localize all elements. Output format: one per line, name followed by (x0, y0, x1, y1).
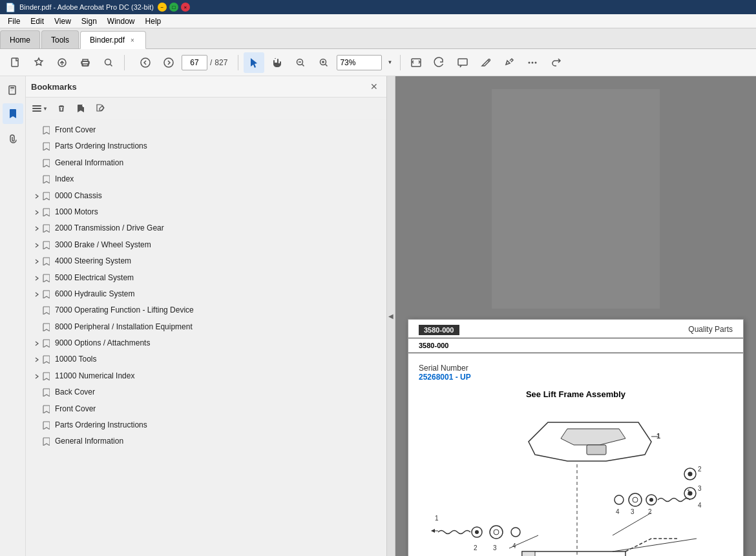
bookmark-item-lifting[interactable]: 7000 Operating Function - Lifting Device (26, 303, 386, 319)
bookmark-options-button[interactable]: ▼ (30, 103, 50, 114)
zoom-in-button[interactable] (313, 52, 334, 73)
bookmark-icon-lifting (43, 306, 52, 317)
share-button[interactable] (545, 52, 566, 73)
comment-button[interactable] (452, 52, 473, 73)
bookmark-icon-general-info-2 (43, 437, 52, 448)
bookmark-item-general-info-2[interactable]: General Information (26, 434, 386, 450)
svg-rect-15 (10, 87, 14, 88)
bookmark-item-parts-ordering[interactable]: Parts Ordering Instructions (26, 139, 386, 155)
bookmark-expand-numerical[interactable] (32, 371, 41, 382)
bookmark-expand-tools[interactable] (32, 354, 41, 366)
bookmark-icon-motors (43, 208, 52, 219)
toolbar: / 827 ▼ (0, 49, 756, 76)
svg-point-11 (529, 61, 530, 63)
svg-rect-19 (32, 108, 41, 109)
save-online-button[interactable] (52, 52, 72, 73)
svg-point-4 (105, 59, 111, 65)
bookmark-item-peripheral[interactable]: 8000 Peripheral / Installation Equipment (26, 320, 386, 336)
svg-text:2: 2 (474, 544, 478, 551)
bookmark-expand-electrical[interactable] (32, 273, 41, 284)
print-button[interactable] (75, 52, 96, 73)
bookmark-item-parts-ordering-2[interactable]: Parts Ordering Instructions (26, 418, 386, 434)
bookmark-expand-hydraulic[interactable] (32, 289, 41, 300)
page-navigation: / 827 (135, 52, 227, 73)
bookmark-item-motors[interactable]: 1000 Motors (26, 205, 386, 221)
bookmarks-panel-button[interactable] (3, 103, 23, 124)
bookmark-item-general-info-1[interactable]: General Information (26, 156, 386, 172)
bookmark-expand-steering[interactable] (32, 256, 41, 267)
bookmark-label-options: 9000 Options / Attachments (55, 338, 383, 349)
bookmark-item-electrical[interactable]: 5000 Electrical System (26, 271, 386, 287)
bookmark-item-tools[interactable]: 10000 Tools (26, 352, 386, 368)
bookmark-icon-transmission (43, 224, 52, 235)
fit-page-button[interactable] (406, 52, 426, 73)
bookmark-item-transmission[interactable]: 2000 Transmission / Drive Gear (26, 221, 386, 237)
new-button[interactable] (5, 52, 26, 73)
bookmark-expand-options[interactable] (32, 338, 41, 349)
menu-window[interactable]: Window (102, 15, 140, 27)
maximize-button[interactable]: □ (169, 3, 178, 12)
pdf-page-gray (492, 89, 660, 309)
bookmark-expand-lifting (32, 305, 41, 316)
bookmark-rename-button[interactable] (92, 100, 109, 117)
pan-tool-button[interactable] (267, 52, 288, 73)
bookmark-expand-parts-ordering-2 (32, 420, 41, 431)
zoom-input[interactable] (337, 55, 382, 70)
bookmark-item-index[interactable]: Index (26, 172, 386, 188)
doc-content: Serial Number 25268001 - UP See Lift Fra… (408, 353, 743, 556)
bookmark-item-options[interactable]: 9000 Options / Attachments (26, 336, 386, 352)
close-button[interactable]: × (181, 3, 190, 12)
menu-edit[interactable]: Edit (25, 15, 49, 27)
bookmark-item-chassis[interactable]: 0000 Chassis (26, 189, 386, 205)
select-tool-button[interactable] (244, 52, 264, 73)
attachments-panel-button[interactable] (3, 129, 23, 150)
bookmark-delete-button[interactable] (53, 100, 70, 117)
svg-rect-10 (458, 59, 467, 65)
menu-sign[interactable]: Sign (76, 15, 102, 27)
bookmarks-close-button[interactable]: ✕ (367, 80, 381, 93)
page-input[interactable] (182, 55, 207, 70)
bookmark-item-numerical[interactable]: 11000 Numerical Index (26, 369, 386, 385)
bookmark-add-button[interactable] (72, 100, 89, 117)
zoom-out-button[interactable] (290, 52, 311, 73)
minimize-button[interactable]: − (158, 3, 167, 12)
tab-binder-close[interactable]: × (129, 36, 136, 45)
menu-file[interactable]: File (3, 15, 25, 27)
bookmark-item-hydraulic[interactable]: 6000 Hydraulic System (26, 287, 386, 303)
bookmark-item-front-cover-2[interactable]: Front Cover (26, 402, 386, 418)
more-tools-button[interactable] (522, 52, 543, 73)
tab-home[interactable]: Home (0, 30, 40, 48)
pages-panel-button[interactable] (3, 80, 23, 101)
menu-help[interactable]: Help (140, 15, 167, 27)
menu-view[interactable]: View (49, 15, 76, 27)
bookmark-item-back-cover[interactable]: Back Cover (26, 385, 386, 401)
svg-point-50 (688, 491, 693, 496)
bookmark-item-front-cover[interactable]: Front Cover (26, 123, 386, 139)
svg-line-73 (613, 539, 697, 551)
bookmarks-list: Front CoverParts Ordering InstructionsGe… (26, 120, 386, 556)
svg-text:3: 3 (631, 508, 635, 515)
svg-rect-36 (522, 551, 535, 556)
bookmark-expand-brake[interactable] (32, 240, 41, 251)
tab-binder[interactable]: Binder.pdf × (80, 31, 146, 49)
tab-tools[interactable]: Tools (41, 30, 79, 48)
bookmark-item-steering[interactable]: 4000 Steering System (26, 254, 386, 270)
bookmark-expand-chassis[interactable] (32, 190, 41, 202)
bookmark-label-index: Index (55, 174, 383, 185)
rotate-button[interactable] (429, 52, 450, 73)
bookmark-item-brake[interactable]: 3000 Brake / Wheel System (26, 238, 386, 254)
highlight-button[interactable] (499, 52, 520, 73)
bookmark-label-electrical: 5000 Electrical System (55, 273, 383, 283)
search-button[interactable] (98, 52, 119, 73)
bookmark-expand-motors[interactable] (32, 207, 41, 218)
panel-collapse-handle[interactable]: ◀ (386, 76, 395, 556)
next-page-button[interactable] (158, 52, 179, 73)
bookmark-expand-general-info-2 (32, 436, 41, 448)
prev-page-button[interactable] (135, 52, 156, 73)
zoom-dropdown-button[interactable]: ▼ (384, 52, 395, 73)
favorite-button[interactable] (28, 52, 49, 73)
bookmark-expand-transmission[interactable] (32, 223, 41, 234)
svg-point-12 (532, 61, 534, 63)
markup-button[interactable] (476, 52, 496, 73)
bookmark-label-numerical: 11000 Numerical Index (55, 371, 383, 382)
